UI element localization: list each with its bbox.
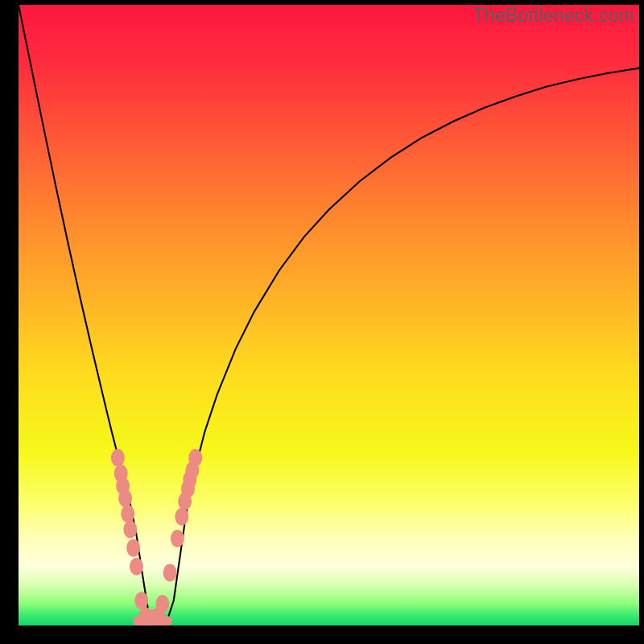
chart-svg — [19, 5, 639, 625]
chart-frame: TheBottleneck.com — [0, 0, 644, 644]
data-marker — [130, 558, 143, 576]
chart-plot-area — [19, 5, 639, 625]
data-marker — [123, 521, 137, 539]
flat-marker-group — [133, 616, 172, 625]
data-marker — [155, 595, 169, 613]
data-marker — [134, 592, 148, 609]
data-marker — [111, 449, 125, 467]
data-marker — [118, 489, 132, 507]
data-marker — [171, 530, 184, 547]
data-marker — [126, 539, 140, 557]
watermark-text: TheBottleneck.com — [473, 5, 634, 27]
data-marker — [121, 505, 134, 522]
gradient-background — [19, 5, 639, 625]
data-marker — [163, 564, 177, 581]
data-marker — [188, 449, 202, 467]
data-marker — [175, 508, 188, 526]
